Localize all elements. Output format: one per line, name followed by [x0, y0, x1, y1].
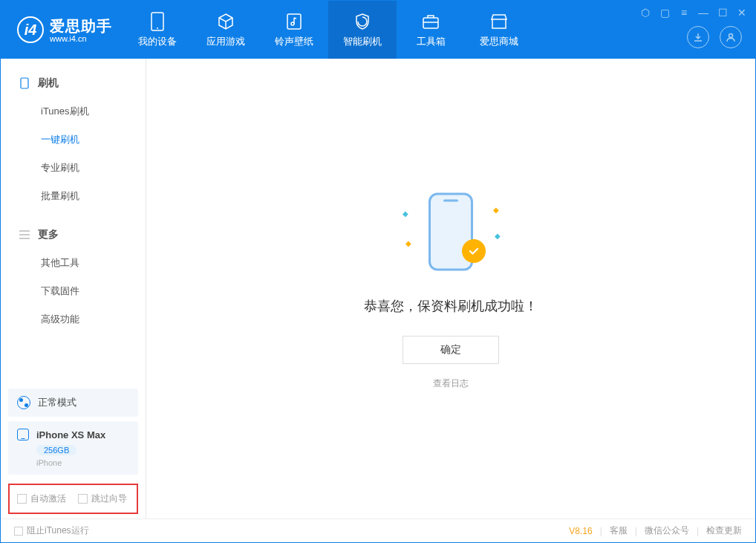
nav-tab-ringtones[interactable]: 铃声壁纸 [260, 1, 328, 59]
store-icon [489, 12, 509, 31]
maximize-button[interactable]: ☐ [717, 7, 729, 19]
svg-rect-6 [21, 78, 28, 88]
svg-point-1 [157, 27, 158, 29]
nav-tab-flash[interactable]: 智能刷机 [328, 1, 397, 59]
sidebar-item-oneclick-flash[interactable]: 一键刷机 [1, 126, 146, 154]
music-icon [284, 12, 304, 31]
sidebar-group-more: 更多 [1, 224, 146, 249]
list-icon [19, 229, 30, 241]
checkbox-auto-activate[interactable]: 自动激活 [17, 492, 66, 505]
window-controls: ⬡ ▢ ≡ — ☐ ✕ [639, 7, 748, 19]
svg-point-5 [729, 34, 733, 38]
app-name: 爱思助手 [50, 16, 112, 36]
support-link[interactable]: 客服 [610, 524, 628, 537]
box-icon[interactable]: ▢ [659, 7, 671, 19]
ok-button[interactable]: 确定 [403, 336, 499, 364]
footer: 阻止iTunes运行 V8.16 | 客服 | 微信公众号 | 检查更新 [1, 518, 755, 542]
main-content: ◆◆◆◆ 恭喜您，保资料刷机成功啦！ 确定 查看日志 [146, 59, 755, 518]
checkbox-block-itunes[interactable]: 阻止iTunes运行 [14, 524, 89, 537]
nav-tab-toolbox[interactable]: 工具箱 [397, 1, 465, 59]
nav-tabs: 我的设备 应用游戏 铃声壁纸 智能刷机 工具箱 爱思商城 [123, 1, 533, 59]
wechat-link[interactable]: 微信公众号 [645, 524, 689, 537]
sidebar-group-flash: 刷机 [1, 72, 146, 97]
success-message: 恭喜您，保资料刷机成功啦！ [364, 297, 538, 315]
mode-icon [17, 396, 30, 409]
storage-badge: 256GB [36, 445, 76, 455]
menu-icon[interactable]: ≡ [678, 7, 690, 19]
nav-tab-store[interactable]: 爱思商城 [465, 1, 533, 59]
version-label: V8.16 [569, 526, 592, 536]
app-header: i4 爱思助手 www.i4.cn 我的设备 应用游戏 铃声壁纸 智能刷机 工具… [1, 1, 755, 59]
minimize-button[interactable]: — [697, 7, 709, 19]
device-name: iPhone XS Max [36, 429, 105, 440]
nav-tab-device[interactable]: 我的设备 [123, 1, 192, 59]
shirt-icon[interactable]: ⬡ [639, 7, 651, 19]
svg-point-3 [291, 22, 294, 25]
header-actions [687, 26, 742, 48]
check-update-link[interactable]: 检查更新 [706, 524, 742, 537]
sidebar-item-advanced[interactable]: 高级功能 [1, 305, 146, 334]
logo-icon: i4 [17, 16, 44, 43]
cube-icon [216, 12, 235, 31]
sidebar-item-pro-flash[interactable]: 专业刷机 [1, 154, 146, 182]
check-icon [462, 239, 486, 263]
flash-options-highlighted: 自动激活 跳过向导 [8, 484, 138, 514]
sidebar-item-download-firmware[interactable]: 下载固件 [1, 277, 146, 305]
logo: i4 爱思助手 www.i4.cn [1, 16, 123, 43]
success-illustration: ◆◆◆◆ [395, 187, 506, 276]
shield-icon [353, 12, 372, 31]
sidebar: 刷机 iTunes刷机 一键刷机 专业刷机 批量刷机 更多 其他工具 下载固件 … [1, 59, 146, 518]
sidebar-item-other-tools[interactable]: 其他工具 [1, 249, 146, 277]
close-button[interactable]: ✕ [736, 7, 748, 19]
checkbox-skip-guide[interactable]: 跳过向导 [78, 492, 127, 505]
sidebar-item-batch-flash[interactable]: 批量刷机 [1, 182, 146, 210]
device-type: iPhone [36, 458, 129, 467]
view-log-link[interactable]: 查看日志 [433, 377, 469, 390]
device-icon [17, 429, 29, 440]
user-button[interactable] [720, 26, 742, 48]
phone-icon [19, 77, 30, 89]
toolbox-icon [421, 12, 440, 31]
download-button[interactable] [687, 26, 709, 48]
mode-indicator[interactable]: 正常模式 [8, 388, 138, 417]
device-card[interactable]: iPhone XS Max 256GB iPhone [8, 421, 138, 475]
sidebar-item-itunes-flash[interactable]: iTunes刷机 [1, 97, 146, 126]
nav-tab-apps[interactable]: 应用游戏 [192, 1, 260, 59]
svg-rect-4 [423, 18, 438, 28]
device-icon [148, 12, 167, 31]
